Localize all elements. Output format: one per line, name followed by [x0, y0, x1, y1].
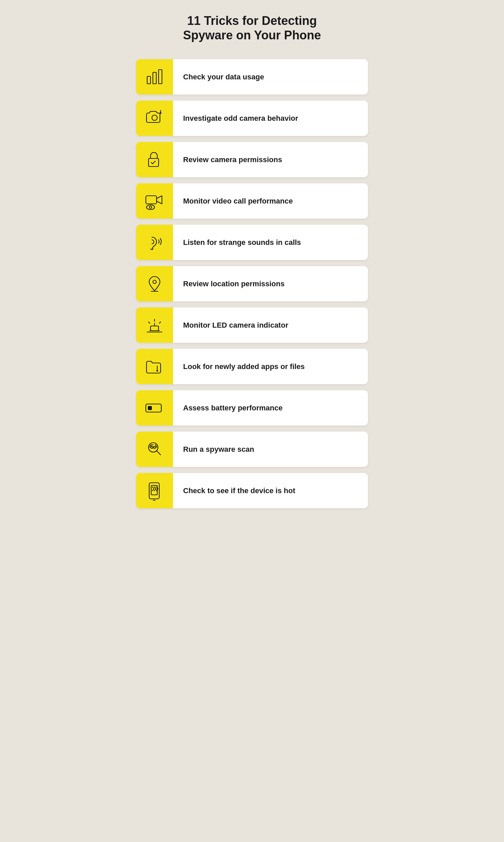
item-label-10: Run a spyware scan: [173, 438, 265, 461]
bar-chart-icon: [144, 67, 165, 87]
item-label-5: Listen for strange sounds in calls: [173, 231, 311, 254]
lock-check-icon: [144, 150, 165, 170]
icon-block-5: [136, 225, 173, 260]
list-item-10: Run a spyware scan: [136, 432, 368, 467]
svg-rect-2: [159, 70, 162, 84]
page-title: 11 Tricks for Detecting Spyware on Your …: [126, 14, 378, 42]
icon-block-7: [136, 308, 173, 343]
icon-block-10: [136, 432, 173, 467]
list-item-2: Investigate odd camera behavior: [136, 101, 368, 136]
item-label-8: Look for newly added apps or files: [173, 355, 315, 378]
list-item-4: Monitor video call performance: [136, 183, 368, 219]
icon-block-8: [136, 349, 173, 384]
item-label-9: Assess battery performance: [173, 397, 293, 420]
item-label-1: Check your data usage: [173, 66, 274, 89]
svg-point-18: [151, 446, 153, 448]
svg-rect-1: [153, 72, 156, 84]
camera-alert-icon: [144, 108, 165, 128]
list-item-11: Check to see if the device is hot: [136, 473, 368, 508]
item-label-3: Review camera permissions: [173, 148, 292, 172]
svg-rect-12: [150, 326, 159, 331]
video-eye-icon: [144, 191, 165, 211]
ear-wave-icon: [144, 233, 165, 253]
icon-block-11: [136, 473, 173, 508]
icon-block-3: [136, 142, 173, 177]
list-item-3: Review camera permissions: [136, 142, 368, 177]
svg-rect-7: [146, 196, 157, 204]
phone-hot-icon: [144, 481, 165, 501]
item-label-11: Check to see if the device is hot: [173, 479, 305, 502]
spy-scan-icon: [144, 439, 165, 460]
icon-block-4: [136, 183, 173, 219]
svg-rect-16: [148, 406, 152, 410]
svg-point-3: [152, 115, 157, 120]
list-item-1: Check your data usage: [136, 59, 368, 94]
icon-block-2: [136, 101, 173, 136]
svg-point-19: [154, 446, 156, 448]
folder-alert-icon: [144, 357, 165, 377]
svg-point-10: [153, 280, 156, 283]
svg-point-8: [146, 205, 155, 210]
page-container: 11 Tricks for Detecting Spyware on Your …: [126, 14, 378, 508]
items-list: Check your data usage Investigate odd ca…: [126, 59, 378, 508]
item-label-6: Review location permissions: [173, 273, 295, 296]
list-item-7: Monitor LED camera indicator: [136, 308, 368, 343]
svg-rect-0: [147, 76, 150, 84]
svg-point-14: [157, 370, 158, 371]
svg-point-9: [149, 206, 152, 208]
location-pin-icon: [144, 274, 165, 294]
alarm-light-icon: [144, 315, 165, 336]
icon-block-6: [136, 266, 173, 302]
battery-low-icon: [144, 398, 165, 418]
item-label-2: Investigate odd camera behavior: [173, 107, 308, 130]
list-item-9: Assess battery performance: [136, 390, 368, 426]
list-item-8: Look for newly added apps or files: [136, 349, 368, 384]
list-item-5: Listen for strange sounds in calls: [136, 225, 368, 260]
icon-block-1: [136, 59, 173, 94]
list-item-6: Review location permissions: [136, 266, 368, 302]
icon-block-9: [136, 390, 173, 426]
item-label-7: Monitor LED camera indicator: [173, 314, 299, 337]
item-label-4: Monitor video call performance: [173, 190, 303, 213]
